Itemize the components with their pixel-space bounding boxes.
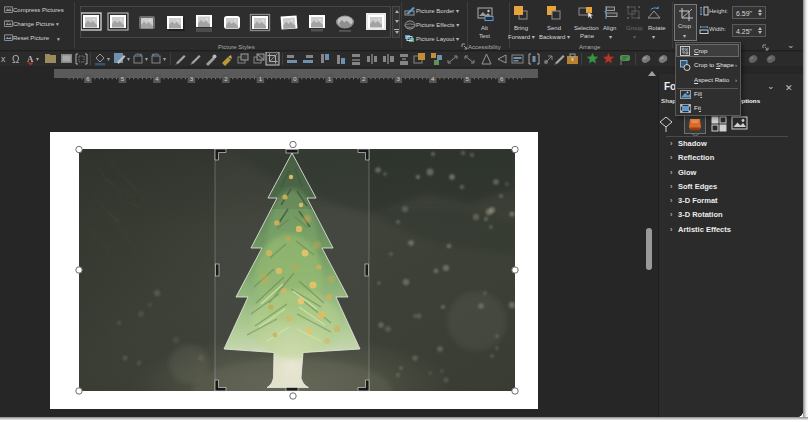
svg-text:1: 1 <box>259 75 263 82</box>
svg-text:0: 0 <box>293 75 297 82</box>
svg-text:▾: ▾ <box>127 56 130 62</box>
svg-text:3: 3 <box>397 75 401 82</box>
svg-text:6: 6 <box>500 75 504 82</box>
svg-text:▾: ▾ <box>145 56 148 62</box>
svg-text:2: 2 <box>362 75 366 82</box>
svg-text:2: 2 <box>224 75 228 82</box>
svg-text:x: x <box>1 54 6 64</box>
svg-text:Ω: Ω <box>12 54 20 65</box>
svg-text:5: 5 <box>466 75 470 82</box>
svg-text:1: 1 <box>328 75 332 82</box>
svg-text:4: 4 <box>155 75 159 82</box>
svg-text:▾: ▾ <box>36 56 39 62</box>
svg-text:A: A <box>27 54 34 64</box>
svg-text:3: 3 <box>190 75 194 82</box>
svg-text:▾: ▾ <box>107 56 110 62</box>
svg-text:4: 4 <box>431 75 435 82</box>
svg-text:▾: ▾ <box>163 56 166 62</box>
svg-text:6: 6 <box>86 75 90 82</box>
svg-text:5: 5 <box>121 75 125 82</box>
